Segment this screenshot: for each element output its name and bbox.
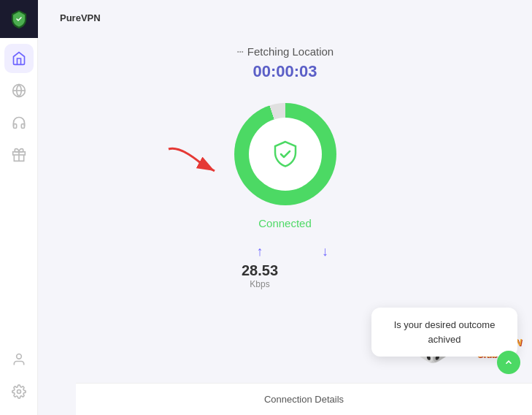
timer: 00:00:03 (252, 62, 317, 81)
stats-row: ↑ 28.53 Kbps ↓ (53, 244, 517, 289)
app-logo (0, 0, 38, 38)
sidebar-item-settings[interactable] (4, 377, 34, 406)
shield-check-icon (270, 139, 301, 170)
red-arrow-icon (165, 142, 223, 178)
connection-bar-label: Connection Details (264, 394, 344, 405)
upload-stat: ↑ 28.53 Kbps (242, 244, 278, 289)
sidebar (0, 0, 38, 415)
app-title: PureVPN (60, 12, 101, 23)
connect-button[interactable] (234, 103, 336, 205)
fetching-row: ··· Fetching Location (236, 44, 334, 59)
sidebar-item-support[interactable] (4, 108, 34, 137)
scroll-up-button[interactable] (497, 351, 520, 374)
download-stat: ↓ (322, 244, 328, 262)
connection-details-bar[interactable]: Connection Details (76, 383, 532, 415)
status-section: ··· Fetching Location 00:00:03 (53, 44, 517, 301)
fetching-label: Fetching Location (247, 45, 334, 58)
sidebar-item-globe[interactable] (4, 76, 34, 105)
svg-point-5 (17, 390, 20, 394)
sidebar-bottom (4, 345, 34, 415)
topbar: PureVPN (53, 0, 517, 29)
circle-outer (234, 103, 336, 205)
circle-inner (249, 118, 322, 191)
upload-icon: ↑ (257, 244, 263, 259)
sidebar-item-gift[interactable] (4, 140, 34, 170)
upload-unit: Kbps (250, 279, 269, 289)
sidebar-item-profile[interactable] (4, 345, 34, 374)
fetching-dots-icon: ··· (236, 44, 243, 59)
upload-value: 28.53 (242, 262, 278, 279)
svg-point-4 (16, 354, 21, 359)
connected-label: Connected (258, 217, 312, 229)
tooltip-text: Is your desired outcome achived (394, 319, 496, 345)
tooltip-popup: Is your desired outcome achived (371, 308, 517, 357)
main-content: PureVPN ··· Fetching Location 00:00:03 (38, 0, 532, 415)
sidebar-nav (4, 44, 34, 345)
sidebar-item-home[interactable] (4, 44, 34, 73)
download-icon: ↓ (322, 244, 328, 259)
